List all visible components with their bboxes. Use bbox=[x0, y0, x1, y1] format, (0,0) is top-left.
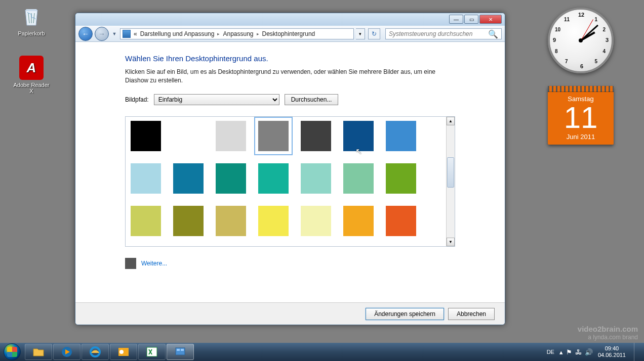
tray-date: 04.06.2011 bbox=[598, 352, 626, 358]
cancel-button[interactable]: Abbrechen bbox=[448, 308, 495, 320]
color-swatch[interactable] bbox=[258, 206, 289, 236]
breadcrumb-seg[interactable]: Darstellung und Anpassung bbox=[140, 30, 215, 37]
tray-flag-icon[interactable]: ⚑ bbox=[566, 348, 572, 356]
tray-clock[interactable]: 09:40 04.06.2011 bbox=[598, 345, 626, 358]
color-swatch[interactable] bbox=[258, 163, 289, 194]
dialog-footer: Änderungen speichern Abbrechen bbox=[75, 302, 505, 325]
tray-time: 09:40 bbox=[598, 345, 626, 352]
watermark: video2brain.com a lynda.com brand bbox=[578, 325, 638, 341]
clock-gadget[interactable]: 12 3 6 9 1 2 4 5 7 8 10 11 bbox=[548, 8, 614, 73]
path-label: Bildpfad: bbox=[125, 96, 149, 103]
browse-button[interactable]: Durchsuchen... bbox=[285, 94, 339, 105]
recycle-bin-icon bbox=[19, 4, 44, 28]
tray-network-icon[interactable]: 🖧 bbox=[575, 348, 582, 356]
more-color-swatch bbox=[125, 258, 136, 269]
search-icon[interactable]: 🔍 bbox=[488, 29, 498, 39]
search-box[interactable]: 🔍 bbox=[385, 28, 502, 39]
scroll-down-button[interactable]: ▼ bbox=[447, 238, 455, 246]
breadcrumb-seg[interactable]: Anpassung bbox=[223, 30, 253, 37]
taskbar-explorer[interactable] bbox=[25, 344, 52, 360]
minimize-button[interactable]: — bbox=[449, 15, 463, 24]
taskbar-outlook[interactable] bbox=[110, 344, 137, 360]
desktop-icon-adobe-reader[interactable]: A Adobe Reader X bbox=[11, 56, 52, 94]
color-swatch[interactable] bbox=[131, 206, 161, 236]
search-input[interactable] bbox=[389, 30, 488, 37]
taskbar-ie[interactable] bbox=[82, 344, 109, 360]
taskbar-control-panel[interactable] bbox=[167, 344, 194, 360]
calendar-gadget[interactable]: Samstag 11 Juni 2011 bbox=[548, 86, 614, 145]
show-desktop-button[interactable] bbox=[634, 343, 640, 361]
page-heading: Wählen Sie Ihren Desktophintergrund aus. bbox=[125, 54, 455, 63]
svg-point-3 bbox=[119, 350, 124, 354]
svg-rect-4 bbox=[147, 347, 157, 356]
color-swatch[interactable] bbox=[173, 163, 204, 194]
tray-lang[interactable]: DE bbox=[547, 349, 554, 355]
nav-back-button[interactable]: ← bbox=[78, 27, 93, 41]
color-swatch[interactable] bbox=[386, 163, 416, 194]
desktop-icon-label: Adobe Reader X bbox=[11, 82, 52, 94]
address-bar[interactable]: « Darstellung und Anpassung ▸ Anpassung … bbox=[120, 28, 354, 39]
nav-history-dropdown[interactable]: ▼ bbox=[111, 27, 118, 41]
clock-minute-hand bbox=[580, 25, 598, 41]
color-swatch[interactable] bbox=[216, 121, 246, 151]
adobe-reader-icon: A bbox=[19, 56, 44, 80]
color-swatch[interactable] bbox=[131, 121, 161, 151]
color-swatch[interactable] bbox=[173, 206, 204, 236]
breadcrumb-prefix[interactable]: « bbox=[134, 30, 137, 37]
scroll-up-button[interactable]: ▲ bbox=[447, 117, 455, 125]
system-tray: DE ▴ ⚑ 🖧 🔊 09:40 04.06.2011 bbox=[543, 343, 644, 361]
svg-rect-7 bbox=[181, 349, 184, 351]
color-swatch[interactable] bbox=[386, 121, 416, 151]
nav-forward-button[interactable]: → bbox=[95, 27, 109, 41]
refresh-button[interactable]: ↻ bbox=[368, 28, 380, 39]
windows-orb-icon bbox=[4, 343, 21, 360]
tray-show-hidden-icon[interactable]: ▴ bbox=[559, 348, 563, 356]
color-list: ▲ ▼ bbox=[125, 116, 455, 247]
page-subtext: Klicken Sie auf ein Bild, um es als Desk… bbox=[125, 68, 455, 85]
start-button[interactable] bbox=[0, 343, 24, 361]
close-button[interactable]: ✕ bbox=[479, 15, 502, 24]
maximize-button[interactable]: ▭ bbox=[464, 15, 478, 24]
color-swatch[interactable] bbox=[343, 206, 374, 236]
taskbar: DE ▴ ⚑ 🖧 🔊 09:40 04.06.2011 bbox=[0, 343, 644, 361]
color-swatch[interactable] bbox=[173, 121, 204, 151]
calendar-month: Juni 2011 bbox=[548, 133, 614, 145]
color-swatch[interactable] bbox=[386, 206, 416, 236]
desktop-icon-label: Papierkorb bbox=[11, 30, 52, 36]
watermark-line2: a lynda.com brand bbox=[578, 334, 638, 341]
desktop-icon-recycle-bin[interactable]: Papierkorb bbox=[11, 4, 52, 36]
tray-volume-icon[interactable]: 🔊 bbox=[585, 348, 593, 356]
svg-rect-6 bbox=[177, 349, 180, 351]
color-swatch[interactable] bbox=[216, 163, 246, 194]
save-button[interactable]: Änderungen speichern bbox=[366, 308, 444, 320]
navbar: ← → ▼ « Darstellung und Anpassung ▸ Anpa… bbox=[75, 26, 505, 42]
control-panel-icon bbox=[123, 30, 131, 38]
color-swatch[interactable] bbox=[131, 163, 161, 194]
chevron-right-icon[interactable]: ▸ bbox=[257, 31, 259, 36]
color-swatch[interactable] bbox=[258, 121, 289, 151]
watermark-line1: video2brain.com bbox=[578, 325, 638, 333]
color-swatch[interactable] bbox=[216, 206, 246, 236]
path-select[interactable]: Einfarbig bbox=[154, 94, 279, 105]
more-colors-link[interactable]: Weitere... bbox=[141, 260, 167, 267]
content-area: Wählen Sie Ihren Desktophintergrund aus.… bbox=[75, 42, 505, 302]
taskbar-excel[interactable] bbox=[138, 344, 166, 360]
color-swatch[interactable] bbox=[301, 121, 331, 151]
control-panel-window: — ▭ ✕ ← → ▼ « Darstellung und Anpassung … bbox=[75, 13, 505, 325]
color-swatch[interactable] bbox=[301, 163, 331, 194]
color-swatch[interactable] bbox=[301, 206, 331, 236]
calendar-day: 11 bbox=[548, 103, 614, 133]
titlebar[interactable]: — ▭ ✕ bbox=[75, 13, 505, 26]
chevron-right-icon[interactable]: ▸ bbox=[217, 31, 220, 36]
color-swatch[interactable] bbox=[343, 121, 374, 151]
address-dropdown[interactable]: ▾ bbox=[356, 28, 365, 39]
scrollbar[interactable]: ▲ ▼ bbox=[446, 117, 455, 246]
scroll-thumb[interactable] bbox=[447, 157, 454, 188]
color-swatch[interactable] bbox=[343, 163, 374, 194]
taskbar-media-player[interactable] bbox=[53, 344, 80, 360]
breadcrumb-seg[interactable]: Desktophintergrund bbox=[262, 30, 315, 37]
